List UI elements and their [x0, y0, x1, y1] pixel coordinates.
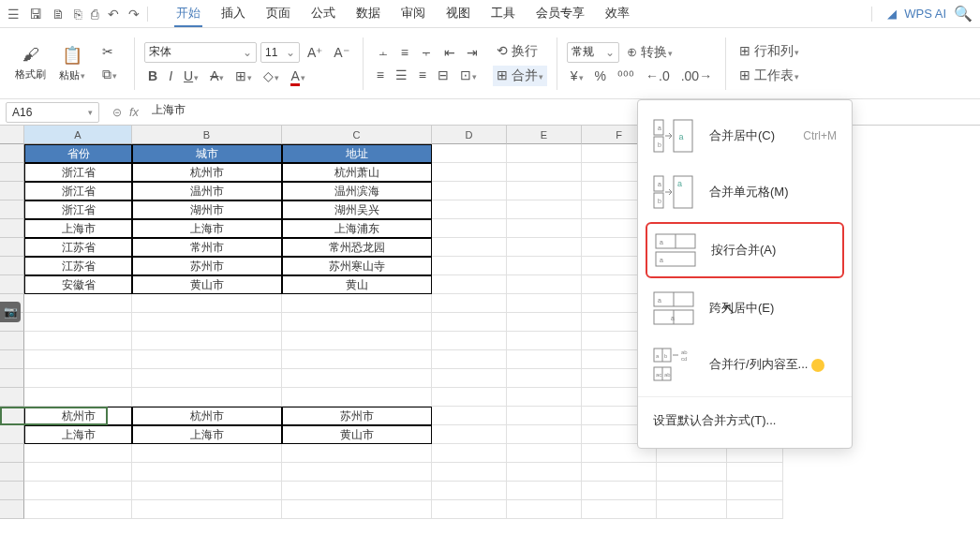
copy-button[interactable]: ⧉▾: [98, 65, 121, 84]
strike-button[interactable]: A▾: [206, 67, 228, 85]
tab-tools[interactable]: 工具: [489, 1, 517, 27]
empty-cell[interactable]: [24, 500, 132, 519]
empty-cell[interactable]: [282, 294, 432, 313]
empty-cell[interactable]: [432, 350, 507, 369]
row-header[interactable]: [0, 425, 24, 444]
merge-default-settings-item[interactable]: 设置默认合并方式(T)...: [638, 401, 852, 440]
decrease-decimal-button[interactable]: ←.0: [642, 67, 674, 85]
empty-cell[interactable]: [132, 332, 282, 350]
print-icon[interactable]: ⎙: [91, 7, 98, 22]
empty-cell[interactable]: [727, 500, 783, 519]
data-cell[interactable]: 上海浦东: [282, 219, 432, 238]
empty-cell[interactable]: [132, 463, 282, 482]
empty-cell[interactable]: [282, 388, 432, 407]
empty-cell[interactable]: [24, 350, 132, 369]
tab-data[interactable]: 数据: [354, 1, 382, 27]
comma-button[interactable]: ⁰⁰⁰: [614, 67, 638, 85]
data-cell[interactable]: 苏州市: [132, 257, 282, 275]
row-header[interactable]: [0, 388, 24, 407]
tab-start[interactable]: 开始: [174, 1, 202, 27]
data-cell[interactable]: 常州恐龙园: [282, 238, 432, 257]
empty-cell[interactable]: [432, 257, 507, 275]
font-name-select[interactable]: 宋体: [144, 42, 257, 63]
empty-cell[interactable]: [657, 500, 727, 519]
row-header[interactable]: [0, 444, 24, 463]
empty-cell[interactable]: [507, 425, 582, 444]
row-header[interactable]: [0, 238, 24, 257]
currency-button[interactable]: ¥▾: [567, 67, 587, 85]
data-cell[interactable]: 地址: [282, 144, 432, 163]
font-size-select[interactable]: 11: [260, 42, 300, 63]
empty-cell[interactable]: [507, 444, 582, 463]
data-cell[interactable]: 温州滨海: [282, 182, 432, 200]
increase-font-button[interactable]: A⁺: [304, 43, 326, 62]
empty-cell[interactable]: [132, 369, 282, 388]
undo-icon[interactable]: ↶: [108, 7, 119, 22]
col-header-C[interactable]: C: [282, 126, 432, 144]
fill-color-button[interactable]: ◇▾: [260, 67, 283, 85]
row-header[interactable]: [0, 275, 24, 294]
merge-cells-item[interactable]: aba 合并单元格(M): [638, 164, 852, 220]
empty-cell[interactable]: [24, 482, 132, 500]
col-header-B[interactable]: B: [132, 126, 282, 144]
empty-cell[interactable]: [432, 388, 507, 407]
empty-cell[interactable]: [24, 332, 132, 350]
empty-cell[interactable]: [132, 313, 282, 332]
empty-cell[interactable]: [507, 388, 582, 407]
merge-button[interactable]: ⊞ 合并▾: [493, 66, 547, 86]
empty-cell[interactable]: [507, 350, 582, 369]
data-cell[interactable]: 杭州萧山: [282, 163, 432, 182]
align-middle-button[interactable]: ≡: [397, 43, 412, 62]
row-header[interactable]: [0, 144, 24, 163]
align-center-button[interactable]: ☰: [392, 66, 411, 84]
bold-button[interactable]: B: [144, 67, 161, 85]
data-cell[interactable]: 苏州市: [282, 407, 432, 425]
search-icon[interactable]: 🔍: [954, 5, 973, 22]
row-header[interactable]: [0, 369, 24, 388]
empty-cell[interactable]: [132, 294, 282, 313]
row-header[interactable]: [0, 200, 24, 219]
increase-decimal-button[interactable]: .00→: [677, 67, 716, 85]
number-format-select[interactable]: 常规: [567, 42, 619, 63]
empty-cell[interactable]: [432, 200, 507, 219]
data-cell[interactable]: 江苏省: [24, 257, 132, 275]
empty-cell[interactable]: [432, 275, 507, 294]
underline-button[interactable]: U▾: [180, 67, 202, 85]
empty-cell[interactable]: [507, 482, 582, 500]
border-button[interactable]: ⊞▾: [231, 67, 256, 85]
empty-cell[interactable]: [727, 482, 783, 500]
empty-cell[interactable]: [132, 482, 282, 500]
empty-cell[interactable]: [507, 500, 582, 519]
empty-cell[interactable]: [582, 500, 657, 519]
col-header-E[interactable]: E: [507, 126, 582, 144]
empty-cell[interactable]: [507, 200, 582, 219]
rows-cols-button[interactable]: ⊞ 行和列▾: [735, 41, 803, 62]
empty-cell[interactable]: [282, 463, 432, 482]
align-left-button[interactable]: ≡: [373, 66, 388, 84]
col-header-D[interactable]: D: [432, 126, 507, 144]
empty-cell[interactable]: [282, 332, 432, 350]
empty-cell[interactable]: [132, 388, 282, 407]
row-header[interactable]: [0, 257, 24, 275]
doc-icon[interactable]: 🗎: [52, 7, 65, 22]
empty-cell[interactable]: [282, 313, 432, 332]
col-header-A[interactable]: A: [24, 126, 132, 144]
empty-cell[interactable]: [507, 407, 582, 425]
align-top-button[interactable]: ⫠: [373, 43, 393, 62]
empty-cell[interactable]: [507, 369, 582, 388]
tab-page[interactable]: 页面: [264, 1, 292, 27]
row-header[interactable]: [0, 350, 24, 369]
data-cell[interactable]: 黄山市: [132, 275, 282, 294]
empty-cell[interactable]: [432, 369, 507, 388]
empty-cell[interactable]: [432, 463, 507, 482]
tab-view[interactable]: 视图: [444, 1, 472, 27]
tab-member[interactable]: 会员专享: [534, 1, 587, 27]
data-cell[interactable]: 上海市: [24, 219, 132, 238]
empty-cell[interactable]: [432, 482, 507, 500]
wrap-text-button[interactable]: ⟲ 换行: [493, 41, 542, 62]
empty-cell[interactable]: [727, 463, 783, 482]
camera-widget[interactable]: 📷: [0, 302, 21, 322]
data-cell[interactable]: 湖州吴兴: [282, 200, 432, 219]
empty-cell[interactable]: [132, 500, 282, 519]
data-cell[interactable]: 浙江省: [24, 182, 132, 200]
